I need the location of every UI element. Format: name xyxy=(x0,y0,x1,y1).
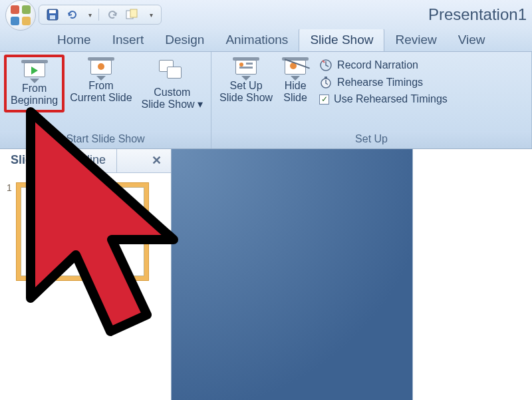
save-icon[interactable] xyxy=(46,8,59,21)
ribbon-tabs: Home Insert Design Animations Slide Show… xyxy=(0,29,532,52)
slide-number: 1 xyxy=(7,182,12,281)
slide-thumbnail-selected[interactable] xyxy=(16,182,149,281)
set-up-options: Record Narration Rehearse Timings Use Re… xyxy=(314,55,454,105)
svg-rect-1 xyxy=(49,10,56,13)
from-current-label: From Current Slide xyxy=(70,80,132,104)
record-narration-icon xyxy=(319,59,332,72)
svg-rect-7 xyxy=(325,77,327,79)
from-beginning-button[interactable]: From Beginning xyxy=(4,55,65,112)
from-current-slide-button[interactable]: From Current Slide xyxy=(66,55,136,107)
svg-rect-2 xyxy=(50,15,55,19)
tab-design[interactable]: Design xyxy=(154,29,215,51)
group-set-up: Set Up Slide Show Hide Slide Record Narr… xyxy=(211,52,532,148)
tab-animations[interactable]: Animations xyxy=(215,29,299,51)
pane-tab-slides[interactable]: Slides xyxy=(0,149,57,173)
set-up-slide-show-label: Set Up Slide Show xyxy=(219,80,273,104)
checkbox-icon xyxy=(319,95,329,104)
editor-pane xyxy=(172,149,532,400)
from-beginning-icon xyxy=(21,60,48,81)
set-up-slide-show-icon xyxy=(233,57,259,79)
set-up-slide-show-button[interactable]: Set Up Slide Show xyxy=(215,55,277,107)
document-title: Presentation1 xyxy=(428,5,527,24)
tab-home[interactable]: Home xyxy=(47,29,102,51)
record-narration-label: Record Narration xyxy=(337,59,418,71)
rehearse-timings-button[interactable]: Rehearse Timings xyxy=(319,76,448,89)
redo-icon[interactable] xyxy=(106,8,119,21)
hide-slide-button[interactable]: Hide Slide xyxy=(278,55,313,107)
tab-review[interactable]: Review xyxy=(384,29,447,51)
chevron-down-icon: ▾ xyxy=(198,99,203,110)
pane-close-icon[interactable]: ✕ xyxy=(142,149,171,172)
rehearse-timings-icon xyxy=(319,76,332,89)
title-bar: ▾ ▾ Presentation1 xyxy=(0,0,532,29)
tab-view[interactable]: View xyxy=(448,29,496,51)
from-current-icon xyxy=(88,57,114,79)
rehearse-timings-label: Rehearse Timings xyxy=(337,77,423,89)
group-label-start: Start Slide Show xyxy=(0,131,211,148)
hide-slide-label: Hide Slide xyxy=(283,80,307,104)
office-button[interactable] xyxy=(5,0,36,31)
undo-icon[interactable] xyxy=(66,8,79,21)
svg-rect-4 xyxy=(130,9,137,17)
qat-separator xyxy=(98,9,99,21)
slide-thumbnail-row[interactable]: 1 xyxy=(0,173,171,294)
office-logo-icon xyxy=(11,5,31,25)
tab-insert[interactable]: Insert xyxy=(102,29,155,51)
slide-thumbnail xyxy=(21,187,144,276)
qat-customize-icon[interactable]: ▾ xyxy=(150,11,153,19)
group-start-slide-show: From Beginning From Current Slide Custom… xyxy=(0,52,211,148)
from-beginning-label: From Beginning xyxy=(11,83,58,107)
tab-slide-show[interactable]: Slide Show xyxy=(299,28,384,51)
group-label-setup: Set Up xyxy=(211,131,531,148)
pane-tab-outline[interactable]: Outline xyxy=(57,149,117,172)
custom-slide-show-button[interactable]: Custom Slide Show ▾ xyxy=(138,55,207,114)
use-rehearsed-label: Use Rehearsed Timings xyxy=(334,93,448,105)
custom-slide-show-label: Custom Slide Show ▾ xyxy=(142,87,203,111)
repeat-icon[interactable] xyxy=(126,8,139,21)
record-narration-button[interactable]: Record Narration xyxy=(319,59,448,72)
slides-pane: Slides Outline ✕ 1 xyxy=(0,149,172,400)
slide-canvas[interactable] xyxy=(412,149,532,400)
ribbon: From Beginning From Current Slide Custom… xyxy=(0,52,532,149)
custom-slide-show-icon xyxy=(156,57,188,85)
undo-dropdown-icon[interactable]: ▾ xyxy=(88,11,92,19)
quick-access-toolbar: ▾ ▾ xyxy=(39,5,162,25)
hide-slide-icon xyxy=(282,57,309,79)
workspace: Slides Outline ✕ 1 xyxy=(0,149,532,400)
pane-tabs: Slides Outline ✕ xyxy=(0,149,171,173)
use-rehearsed-timings-checkbox[interactable]: Use Rehearsed Timings xyxy=(319,93,448,105)
